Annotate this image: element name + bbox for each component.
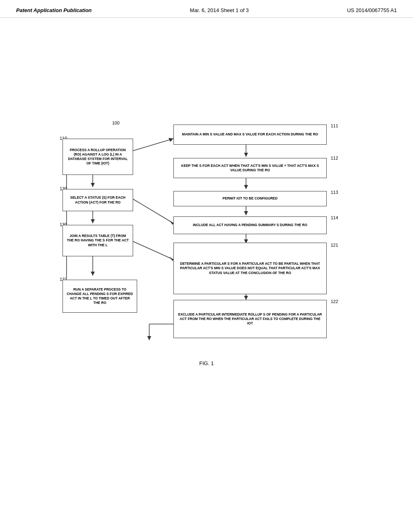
box-114: INCLUDE ALL ACT HAVING A PENDING SUMMARY… [173, 216, 327, 234]
box-110: PROCESS A ROLLUP OPERATION (RO) AGAINST … [63, 139, 133, 175]
svg-marker-9 [244, 153, 248, 157]
label-122: 122 [331, 299, 338, 304]
svg-marker-13 [244, 211, 248, 215]
box-120: SELECT A STATUS (S) FOR EACH ACTION (ACT… [63, 189, 133, 211]
svg-marker-5 [91, 272, 95, 276]
svg-line-6 [133, 139, 173, 151]
box-113: PERMIT IOT TO BE CONFIGURED [173, 191, 327, 206]
box-121: DETERMINE A PARTICULAR S FOR A PARTICULA… [173, 243, 327, 294]
box-130: JOIN A RESULTS TABLE (T) FROM THE RO HAV… [63, 225, 133, 256]
svg-marker-1 [91, 183, 95, 187]
page-header: Patent Application Publication Mar. 6, 2… [0, 0, 413, 18]
figure-caption: FIG. 1 [0, 360, 413, 366]
label-111: 111 [331, 123, 338, 128]
svg-marker-11 [244, 185, 248, 189]
label-112: 112 [331, 156, 338, 160]
header-center: Mar. 6, 2014 Sheet 1 of 3 [190, 7, 249, 13]
svg-marker-21 [244, 296, 248, 300]
header-right: US 2014/0067755 A1 [347, 7, 397, 13]
box-111: MAINTAIN A MIN S VALUE AND MAX S VALUE F… [173, 125, 327, 145]
label-113: 113 [331, 190, 338, 195]
header-left: Patent Application Publication [16, 7, 92, 13]
svg-line-18 [133, 241, 173, 260]
svg-marker-15 [169, 220, 173, 225]
box-112: KEEP THE S FOR EACH ACT WHEN THAT ACT'S … [173, 158, 327, 178]
diagram-area: 100 110 PROCESS A ROLLUP OPERATION (RO) … [0, 18, 413, 493]
box-123: RUN A SEPARATE PROCESS TO CHANGE ALL PEN… [63, 280, 137, 313]
svg-marker-24 [147, 336, 151, 340]
box-122: EXCLUDE A PARTICULAR INTERMEDIATE ROLLUP… [173, 300, 327, 338]
label-114: 114 [331, 215, 338, 220]
svg-marker-7 [169, 138, 173, 142]
label-100: 100 [112, 121, 119, 125]
svg-line-14 [133, 199, 173, 223]
svg-marker-19 [169, 257, 173, 261]
svg-marker-3 [91, 219, 95, 223]
label-121: 121 [331, 243, 338, 247]
